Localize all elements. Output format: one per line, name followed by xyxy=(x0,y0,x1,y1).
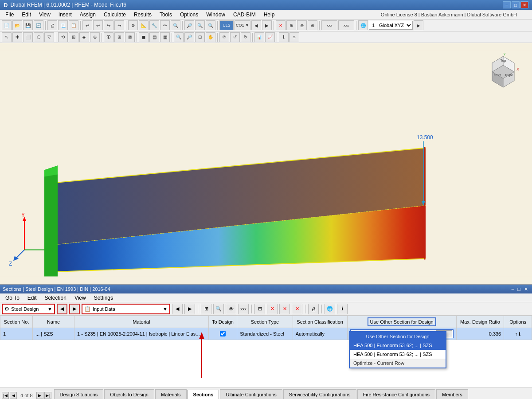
export-btn[interactable]: ⊟ xyxy=(254,304,265,314)
tb2-m2[interactable]: ▽ xyxy=(44,32,54,42)
tb-btn1[interactable]: ⚙ xyxy=(128,20,138,30)
tb2-r1[interactable]: ⟳ xyxy=(219,32,229,42)
tb2-pan[interactable]: ✋ xyxy=(206,32,215,42)
print-btn[interactable]: 🖨 xyxy=(47,20,57,30)
menu-edit[interactable]: Edit xyxy=(18,11,35,19)
to-design-checkbox[interactable] xyxy=(220,331,226,336)
undo2-btn[interactable]: ↩ xyxy=(93,20,103,30)
tab-serviceability[interactable]: Serviceability Configurations xyxy=(283,389,356,399)
close-button[interactable]: ✕ xyxy=(520,1,528,8)
tb-next[interactable]: ▶ xyxy=(262,20,272,30)
tb2-a1[interactable]: ⟲ xyxy=(58,32,68,42)
tb2-m1[interactable]: ⬡ xyxy=(34,32,43,42)
tb2-n2[interactable]: ⊞ xyxy=(114,32,124,42)
tb-del[interactable]: ✕ xyxy=(276,20,286,30)
view-btn[interactable]: 👁 xyxy=(226,304,236,314)
tb2-info[interactable]: ℹ xyxy=(279,32,289,42)
save-btn[interactable]: 💾 xyxy=(23,20,33,30)
menu-cadbim[interactable]: CAD-BIM xyxy=(230,11,259,19)
arrow-left-btn[interactable]: ◀ xyxy=(57,304,67,314)
tab-first-btn[interactable]: |◀ xyxy=(2,392,9,399)
tb-btn5[interactable]: 🔍 xyxy=(171,20,180,30)
maximize-button[interactable]: □ xyxy=(512,1,520,8)
tb-uls[interactable]: ULS xyxy=(219,20,234,30)
menu-results[interactable]: Results xyxy=(130,11,155,19)
tb2-disp[interactable]: 📊 xyxy=(254,32,264,42)
panel-menu-settings[interactable]: Settings xyxy=(90,294,117,302)
tb-globe[interactable]: 🌐 xyxy=(358,20,368,30)
print2-btn[interactable]: 📃 xyxy=(58,20,68,30)
panel-close-btn[interactable]: ✕ xyxy=(523,286,529,292)
xxx-btn[interactable]: xxx xyxy=(238,304,249,314)
redo-btn[interactable]: ↪ xyxy=(104,20,113,30)
tb-btn9[interactable]: ⊕ xyxy=(286,20,296,30)
panel-menu-goto[interactable]: Go To xyxy=(2,294,23,302)
tb2-a2[interactable]: ⊞ xyxy=(69,32,78,42)
tb-btn11[interactable]: ⊕ xyxy=(308,20,317,30)
del3-btn[interactable]: ✕ xyxy=(292,304,302,314)
panel-menu-view[interactable]: View xyxy=(71,294,90,302)
tb-btn2[interactable]: 📐 xyxy=(139,20,149,30)
menu-insert[interactable]: Insert xyxy=(55,11,75,19)
panel-restore-btn[interactable]: □ xyxy=(516,286,522,292)
tb2-fit[interactable]: ⊡ xyxy=(195,32,205,42)
nav-cube[interactable]: Top Front Right X Y xyxy=(483,52,523,92)
tb-prev[interactable]: ◀ xyxy=(251,20,261,30)
tb2-v3[interactable]: ▦ xyxy=(160,32,170,42)
panel-minimize-btn[interactable]: − xyxy=(510,286,515,292)
steel-design-dropdown[interactable]: ⚙ Steel Design ▼ xyxy=(2,304,55,314)
tb-btn3[interactable]: 🔧 xyxy=(149,20,159,30)
menu-tools[interactable]: Tools xyxy=(156,11,176,19)
tab-design-situations[interactable]: Design Situations xyxy=(54,389,104,399)
menu-options[interactable]: Options xyxy=(176,11,202,19)
coordinate-system-select[interactable]: 1 - Global XYZ xyxy=(369,21,413,30)
arrow-right-btn[interactable]: ▶ xyxy=(69,304,80,314)
menu-window[interactable]: Window xyxy=(203,11,229,19)
tab-last-btn[interactable]: ▶| xyxy=(44,392,51,399)
tb-expand[interactable]: ▶ xyxy=(414,20,423,30)
tb-btn6[interactable]: 🔎 xyxy=(184,20,194,30)
tb2-cross[interactable]: ✚ xyxy=(12,32,22,42)
table-row[interactable]: 1 ... | SZS 1 - S235 | EN 10025-2:2004-1… xyxy=(0,328,532,340)
tab-ultimate[interactable]: Ultimate Configurations xyxy=(220,389,282,399)
tb2-r3[interactable]: ↻ xyxy=(241,32,250,42)
search-btn[interactable]: 🔍 xyxy=(213,304,224,314)
dropdown-item-optimize[interactable]: Optimize - Current Row xyxy=(350,359,446,368)
tb2-n3[interactable]: ⊠ xyxy=(125,32,135,42)
menu-view[interactable]: View xyxy=(35,11,54,19)
tab-next-btn[interactable]: ▶ xyxy=(36,392,43,399)
tab-materials[interactable]: Materials xyxy=(155,389,187,399)
redo2-btn[interactable]: ↪ xyxy=(114,20,124,30)
panel-menu-selection[interactable]: Selection xyxy=(41,294,70,302)
tb-xxx[interactable]: xxx xyxy=(321,20,337,30)
tab-prev-btn[interactable]: ◀ xyxy=(10,392,17,399)
tb2-v1[interactable]: ◼ xyxy=(139,32,149,42)
del-btn[interactable]: ✕ xyxy=(267,304,278,314)
minimize-button[interactable]: − xyxy=(503,1,511,8)
tb-btn8[interactable]: 🔍 xyxy=(206,20,215,30)
tb-xxx2[interactable]: xxx xyxy=(338,20,354,30)
tab-members[interactable]: Members xyxy=(436,389,468,399)
tb2-v2[interactable]: ▤ xyxy=(149,32,159,42)
tb2-disp2[interactable]: 📈 xyxy=(265,32,275,42)
tb2-r2[interactable]: ↺ xyxy=(230,32,240,42)
tb-co1[interactable]: CO1 ▼ xyxy=(235,20,250,30)
tb2-ptr[interactable]: ↖ xyxy=(2,32,12,42)
tb2-zoom[interactable]: 🔍 xyxy=(174,32,184,42)
tb2-n1[interactable]: ⦿ xyxy=(104,32,113,42)
filter-btn[interactable]: ⊞ xyxy=(201,304,211,314)
input-data-dropdown[interactable]: 📋 Input Data ▼ xyxy=(82,304,170,314)
dropdown-item-1[interactable]: HEA 500 | Euronorm 53-62; ... | SZS xyxy=(350,350,446,359)
tb2-box[interactable]: ⬜ xyxy=(23,32,33,42)
info-btn[interactable]: ℹ xyxy=(337,304,348,314)
open-btn[interactable]: 📂 xyxy=(12,20,22,30)
tb-btn4[interactable]: ✏ xyxy=(160,20,170,30)
menu-help[interactable]: Help xyxy=(260,11,278,19)
tb2-more[interactable]: » xyxy=(289,32,299,42)
table-area[interactable]: Section No. Name Material To Design Sect… xyxy=(0,316,532,387)
tb2-zoom2[interactable]: 🔎 xyxy=(184,32,194,42)
tab-sections[interactable]: Sections xyxy=(188,390,219,399)
cell-todesign[interactable] xyxy=(208,328,237,340)
tab-fire-resistance[interactable]: Fire Resistance Configurations xyxy=(357,389,435,399)
tab-objects-to-design[interactable]: Objects to Design xyxy=(104,389,154,399)
